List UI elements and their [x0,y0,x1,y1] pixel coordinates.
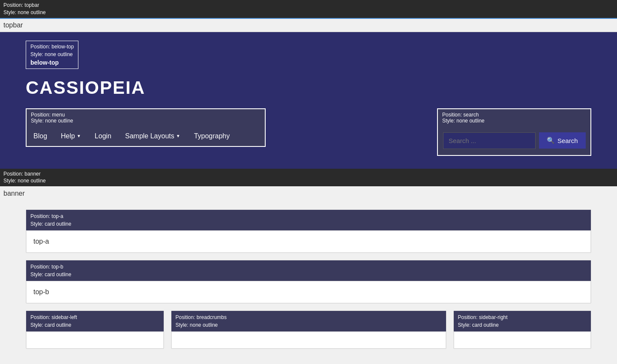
menu-item-typography-label: Typography [194,132,230,140]
sidebar-right-header: Position: sidebar-right Style: card outl… [454,311,591,331]
banner-section: Position: banner Style: none outline [0,169,617,187]
sidebar-right-position-label: Position: sidebar-right [458,313,587,321]
chevron-down-icon: ▼ [77,134,81,138]
breadcrumbs-style-label: Style: none outline [176,321,442,329]
menu-item-typography[interactable]: Typography [194,132,230,140]
search-box: Position: search Style: none outline 🔍 S… [437,108,591,156]
below-top-value: below-top [30,59,74,66]
topbar-position-label: Position: topbar [3,2,614,9]
menu-box: Position: menu Style: none outline Blog … [26,108,266,147]
sidebar-left-block: Position: sidebar-left Style: card outli… [26,310,164,349]
breadcrumbs-body [171,331,446,349]
topbar-value: topbar [0,19,617,32]
menu-style-label: Style: none outline [31,118,261,124]
search-form: 🔍 Search [438,126,590,155]
site-title: CASSIOPEIA [26,78,591,98]
banner-value: banner [0,186,617,201]
sidebar-left-header: Position: sidebar-left Style: card outli… [26,311,164,331]
search-box-header: Position: search Style: none outline [438,109,590,126]
below-top-box: Position: below-top Style: none outline … [26,41,78,69]
top-a-style-label: Style: card outline [30,220,587,228]
breadcrumbs-header: Position: breadcrumbs Style: none outlin… [171,311,446,331]
below-top-position-label: Position: below-top [30,44,74,50]
sidebar-left-body [26,331,164,349]
top-b-style-label: Style: card outline [30,271,587,278]
menu-item-sample-layouts-label: Sample Layouts [125,132,174,140]
search-style-label: Style: none outline [442,118,586,124]
banner-position-label: Position: banner [3,170,614,178]
top-a-body: top-a [26,230,591,253]
menu-item-sample-layouts[interactable]: Sample Layouts ▼ [125,132,180,140]
sidebar-left-position-label: Position: sidebar-left [30,313,159,321]
top-b-position-label: Position: top-b [30,263,587,271]
sidebar-right-block: Position: sidebar-right Style: card outl… [453,310,592,349]
bottom-row: Position: sidebar-left Style: card outli… [26,310,591,356]
top-b-body: top-b [26,281,591,303]
menu-item-login[interactable]: Login [95,132,111,140]
top-a-value: top-a [33,238,49,245]
top-b-block: Position: top-b Style: card outline top-… [26,260,591,304]
topbar-style-label: Style: none outline [3,9,614,16]
sidebar-left-style-label: Style: card outline [30,321,159,329]
menu-position-label: Position: menu [31,112,261,118]
below-top-style-label: Style: none outline [30,51,74,57]
topbar-section: Position: topbar Style: none outline [0,0,617,19]
search-position-label: Position: search [442,112,586,118]
top-a-block: Position: top-a Style: card outline top-… [26,209,591,253]
top-b-value: top-b [33,288,49,295]
search-button-label: Search [557,137,578,144]
breadcrumbs-position-label: Position: breadcrumbs [176,313,442,321]
menu-item-blog-label: Blog [33,132,47,140]
search-button[interactable]: 🔍 Search [539,132,586,149]
sidebar-right-style-label: Style: card outline [458,321,587,329]
top-b-header: Position: top-b Style: card outline [26,260,591,281]
menu-box-header: Position: menu Style: none outline [27,109,265,126]
top-a-header: Position: top-a Style: card outline [26,210,591,230]
menu-item-login-label: Login [95,132,111,140]
banner-style-label: Style: none outline [3,177,614,185]
sidebar-right-body [454,331,591,349]
header-section: Position: below-top Style: none outline … [0,32,617,169]
top-a-position-label: Position: top-a [30,212,587,220]
menu-nav: Blog Help ▼ Login Sample Layouts ▼ Typog… [27,126,265,146]
main-content: Position: top-a Style: card outline top-… [0,201,617,364]
menu-item-blog[interactable]: Blog [33,132,47,140]
search-icon: 🔍 [547,137,555,144]
menu-item-help-label: Help [61,132,75,140]
menu-item-help[interactable]: Help ▼ [61,132,81,140]
breadcrumbs-block: Position: breadcrumbs Style: none outlin… [171,310,446,349]
chevron-down-icon-2: ▼ [176,134,180,138]
header-bottom: Position: menu Style: none outline Blog … [26,108,591,156]
search-input[interactable] [443,132,536,149]
